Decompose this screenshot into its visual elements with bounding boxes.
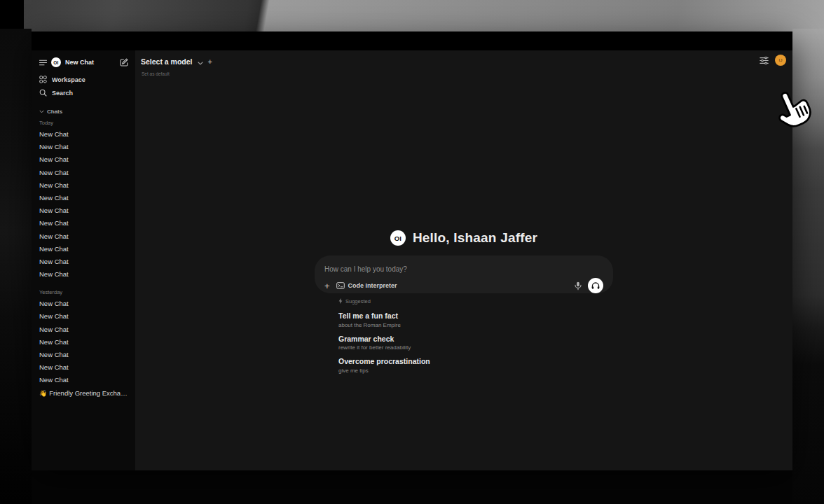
topbar-right: IJ	[760, 55, 786, 66]
chat-item[interactable]: New Chat	[39, 374, 128, 386]
wallpaper-right	[792, 29, 824, 504]
chat-item[interactable]: New Chat	[39, 298, 128, 310]
suggested-header: Suggested	[338, 297, 613, 305]
sidebar-header: OI New Chat	[39, 55, 128, 69]
chat-item-named[interactable]: 👋Friendly Greeting Exchange	[39, 387, 128, 400]
attach-button[interactable]: +	[324, 281, 330, 291]
wallpaper-left	[0, 29, 32, 504]
suggested-prompt[interactable]: Grammar check rewrite it for better read…	[338, 335, 613, 351]
chat-item[interactable]: New Chat	[39, 141, 128, 153]
code-interpreter-toggle[interactable]: Code Interpreter	[336, 282, 397, 289]
chat-item[interactable]: New Chat	[39, 179, 128, 192]
prompt-title: Grammar check	[338, 335, 613, 343]
model-chevron-icon[interactable]	[198, 55, 203, 68]
chat-item-label: Friendly Greeting Exchange	[49, 389, 128, 397]
wallpaper-top	[0, 0, 824, 31]
voice-call-button[interactable]	[588, 278, 603, 293]
chat-group-label-yesterday: Yesterday	[39, 287, 128, 298]
wave-emoji: 👋	[39, 390, 47, 397]
chat-item[interactable]: New Chat	[39, 153, 128, 166]
sidebar: OI New Chat Workspac	[32, 50, 135, 470]
window-top-bar	[32, 31, 792, 50]
bolt-icon	[338, 298, 343, 304]
app-logo-large: OI	[390, 230, 406, 246]
prompt-title: Tell me a fun fact	[338, 312, 613, 320]
message-input[interactable]	[324, 265, 603, 273]
prompt-subtitle: give me tips	[338, 368, 613, 374]
search-label: Search	[52, 90, 73, 97]
composer-card: + Code Interpreter	[315, 255, 613, 293]
chat-item[interactable]: New Chat	[39, 310, 128, 323]
chat-item[interactable]: New Chat	[39, 204, 128, 217]
chat-list-today: New ChatNew ChatNew ChatNew ChatNew Chat…	[39, 128, 128, 281]
add-model-button[interactable]: +	[208, 57, 212, 66]
chats-section-toggle[interactable]: Chats	[39, 106, 128, 116]
main-panel: Select a model + Set as default	[135, 50, 792, 470]
prompt-title: Overcome procrastination	[338, 357, 613, 365]
set-default-link[interactable]: Set as default	[142, 71, 212, 76]
controls-sliders-icon[interactable]	[760, 57, 769, 64]
model-selector-button[interactable]: Select a model	[141, 57, 193, 66]
chat-list-yesterday: New ChatNew ChatNew ChatNew ChatNew Chat…	[39, 298, 128, 386]
chat-item[interactable]: New Chat	[39, 217, 128, 230]
model-selector-area: Select a model + Set as default	[141, 55, 212, 76]
terminal-icon	[336, 282, 345, 289]
chat-group-label-today: Today	[39, 118, 128, 128]
chat-item[interactable]: New Chat	[39, 349, 128, 361]
sidebar-item-workspace[interactable]: Workspace	[39, 73, 128, 86]
chat-item[interactable]: New Chat	[39, 192, 128, 204]
suggested-prompts: Tell me a fun fact about the Roman Empir…	[338, 312, 613, 374]
suggested-label: Suggested	[345, 298, 371, 304]
sidebar-toggle-icon[interactable]	[39, 59, 47, 66]
suggested-prompt[interactable]: Tell me a fun fact about the Roman Empir…	[338, 312, 613, 328]
code-interpreter-label: Code Interpreter	[348, 282, 397, 289]
app-logo: OI	[51, 57, 61, 67]
chat-item[interactable]: New Chat	[39, 167, 128, 179]
sidebar-item-search[interactable]: Search	[39, 86, 128, 99]
search-icon	[39, 89, 47, 97]
chat-item[interactable]: New Chat	[39, 361, 128, 374]
chat-item[interactable]: New Chat	[39, 336, 128, 349]
center-stack: OI Hello, Ishaan Jaffer +	[315, 227, 613, 374]
chevron-down-icon	[39, 110, 44, 113]
prompt-subtitle: about the Roman Empire	[338, 322, 613, 328]
suggested-prompt[interactable]: Overcome procrastination give me tips	[338, 357, 613, 374]
workspace-grid-icon	[39, 76, 47, 83]
wallpaper-corner-block	[0, 0, 24, 29]
user-avatar[interactable]: IJ	[775, 55, 786, 66]
new-chat-icon[interactable]	[120, 58, 128, 66]
chat-item[interactable]: New Chat	[39, 255, 128, 268]
suggested-section: Suggested Tell me a fun fact about the R…	[315, 297, 613, 374]
workspace-label: Workspace	[52, 76, 85, 83]
greeting-text: Hello, Ishaan Jaffer	[413, 230, 537, 246]
app-window: OI New Chat Workspac	[32, 31, 792, 470]
microphone-icon[interactable]	[575, 281, 582, 290]
sidebar-title: New Chat	[65, 59, 116, 66]
chat-item[interactable]: New Chat	[39, 268, 128, 281]
chats-section-label: Chats	[47, 108, 62, 115]
chat-item[interactable]: New Chat	[39, 323, 128, 336]
chat-item[interactable]: New Chat	[39, 230, 128, 243]
desktop: OI New Chat Workspac	[0, 0, 824, 504]
greeting-row: OI Hello, Ishaan Jaffer	[315, 227, 613, 248]
chat-item[interactable]: New Chat	[39, 243, 128, 255]
chat-item[interactable]: New Chat	[39, 128, 128, 141]
prompt-subtitle: rewrite it for better readability	[338, 344, 613, 351]
